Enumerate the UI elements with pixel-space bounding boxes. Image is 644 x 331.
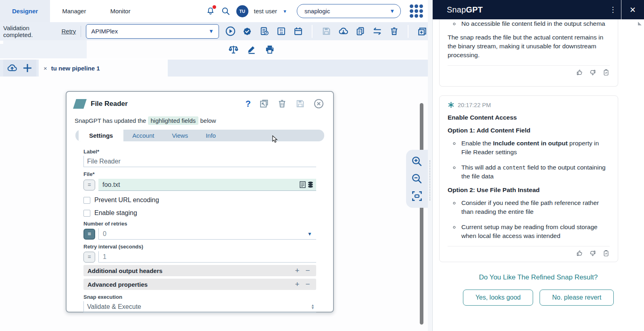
retry-interval-field[interactable]: 1 — [98, 251, 316, 263]
snapgpt-title: SnapGPT — [447, 5, 483, 14]
nav-tab-designer[interactable]: Designer — [0, 0, 50, 22]
message-timestamp: 20:17:22 PM — [458, 102, 491, 108]
expression-toggle[interactable]: = — [83, 180, 95, 190]
import-cloud-icon[interactable] — [338, 26, 349, 37]
apps-grid-icon[interactable] — [410, 4, 423, 18]
section-additional-output-headers[interactable]: Additional output headers + − — [83, 265, 316, 276]
file-field-label: File* — [83, 171, 316, 177]
tab-info[interactable]: Info — [197, 130, 225, 141]
thumbs-up-icon[interactable] — [576, 250, 583, 257]
validation-status: Validation completed. — [3, 25, 59, 38]
check-pipeline-icon[interactable] — [258, 26, 270, 37]
export-icon[interactable] — [259, 99, 269, 109]
no-please-revert-button[interactable]: No. please revert — [540, 290, 614, 306]
zoom-out-icon[interactable] — [411, 173, 423, 185]
schedule-calendar-icon[interactable] — [292, 26, 304, 37]
secondary-toolbar — [0, 40, 428, 58]
nav-tab-monitor[interactable]: Monitor — [98, 0, 142, 22]
thumbs-down-icon[interactable] — [589, 69, 596, 76]
feedback-question: Do You Like The Refined Snap Result? — [433, 273, 644, 281]
option1-bullet: This will add a content field to the out… — [460, 163, 610, 181]
panel-splitter[interactable] — [428, 0, 432, 331]
cloud-upload-icon[interactable] — [6, 62, 18, 74]
copy-icon[interactable] — [354, 26, 366, 37]
binary-data-icon[interactable]: 0110 — [275, 26, 287, 37]
retry-link[interactable]: Retry — [62, 28, 76, 35]
clipboard-copy-icon[interactable] — [602, 250, 610, 257]
canvas-scrollbar[interactable] — [420, 103, 423, 325]
pipeline-toolbar: Validation completed. Retry APIMPlex ▼ 0… — [0, 22, 428, 40]
user-menu-caret[interactable]: ▼ — [283, 9, 287, 14]
nav-tab-manager[interactable]: Manager — [50, 0, 98, 22]
label-field[interactable]: File Reader — [83, 156, 316, 167]
database-stack-icon[interactable] — [307, 181, 314, 188]
snap-execution-select[interactable]: Validate & Execute ▲▼ — [83, 301, 316, 312]
pipeline-tab[interactable]: × tu new pipeline 1 — [39, 60, 168, 77]
mouse-cursor — [272, 135, 279, 143]
option2-heading: Option 2: Use File Path Instead — [448, 186, 610, 194]
tab-settings[interactable]: Settings — [79, 130, 123, 141]
enable-staging-checkbox[interactable] — [83, 210, 90, 217]
remove-row-button[interactable]: − — [302, 280, 313, 289]
notifications-button[interactable] — [206, 6, 215, 16]
add-row-button[interactable]: + — [292, 280, 302, 289]
validate-badge-icon[interactable] — [242, 26, 253, 37]
toolbar-separator — [408, 25, 408, 38]
delete-trash-icon[interactable] — [388, 26, 400, 37]
trash-icon[interactable] — [277, 99, 287, 109]
spinner-arrows-icon[interactable]: ▲▼ — [311, 304, 316, 310]
section-advanced-properties[interactable]: Advanced properties + − — [83, 279, 316, 290]
compare-swap-icon[interactable] — [371, 26, 383, 37]
tab-account[interactable]: Account — [123, 130, 163, 141]
print-icon[interactable] — [264, 44, 275, 55]
remove-row-button[interactable]: − — [302, 266, 313, 275]
chevron-down-icon: ▼ — [390, 8, 395, 14]
org-selector[interactable]: snaplogic ▼ — [297, 4, 401, 18]
yes-looks-good-button[interactable]: Yes, looks good — [463, 290, 533, 306]
avatar[interactable]: TU — [236, 5, 248, 17]
chevron-down-icon[interactable]: ▼ — [307, 231, 314, 237]
thumbs-up-icon[interactable] — [576, 69, 583, 76]
thumbs-down-icon[interactable] — [589, 250, 596, 257]
splitter-grip — [429, 160, 430, 201]
expression-toggle-active[interactable]: = — [83, 229, 95, 240]
expression-toggle[interactable]: = — [83, 252, 95, 263]
snapgpt-header: SnapGPT ⋮ ✕ — [433, 0, 644, 19]
edit-pencil-icon[interactable] — [246, 44, 257, 55]
close-circle-icon[interactable] — [313, 98, 324, 109]
multi-window-icon[interactable] — [417, 26, 428, 37]
option2-bullet: Current setup may be reading from cloud … — [460, 223, 610, 240]
notification-badge — [213, 5, 216, 9]
add-row-button[interactable]: + — [292, 266, 302, 275]
toolbar-separator — [81, 26, 81, 37]
option1-heading: Option 1: Add Content Field — [448, 127, 610, 134]
pipeline-tab-label: tu new pipeline 1 — [51, 65, 100, 72]
pipeline-tab-bar: × tu new pipeline 1 — [0, 60, 428, 77]
kebab-menu-icon[interactable]: ⋮ — [605, 5, 621, 14]
file-field[interactable]: foo.txt — [98, 179, 316, 191]
snaplex-selector[interactable]: APIMPlex ▼ — [86, 24, 219, 39]
tab-views[interactable]: Views — [163, 130, 197, 141]
pipeline-canvas[interactable]: File Reader ? — [0, 77, 428, 331]
compare-scales-icon[interactable] — [228, 44, 239, 55]
fit-to-screen-icon[interactable] — [411, 190, 423, 202]
retries-field-label: Number of retries — [83, 221, 316, 227]
suggest-list-icon[interactable] — [300, 181, 306, 188]
add-pipeline-icon[interactable] — [22, 62, 33, 74]
snaplogic-app: Designer Manager Monitor TU test user ▼ — [0, 0, 428, 331]
snap-shape-icon — [73, 99, 87, 109]
execute-play-icon[interactable] — [225, 26, 236, 37]
close-icon[interactable]: ✕ — [621, 0, 644, 19]
zoom-in-icon[interactable] — [411, 155, 423, 168]
search-button[interactable] — [221, 6, 231, 16]
dialog-title: File Reader — [91, 100, 246, 108]
close-tab-icon[interactable]: × — [44, 65, 47, 72]
save-icon[interactable] — [295, 99, 305, 109]
toolbar-separator — [312, 25, 313, 38]
retries-field[interactable]: 0 ▼ — [98, 228, 316, 240]
prevent-url-encoding-checkbox[interactable] — [83, 197, 90, 204]
save-icon[interactable] — [321, 26, 332, 37]
help-icon[interactable]: ? — [246, 99, 251, 108]
zoom-controls — [406, 150, 428, 208]
clipboard-copy-icon[interactable] — [602, 69, 610, 76]
